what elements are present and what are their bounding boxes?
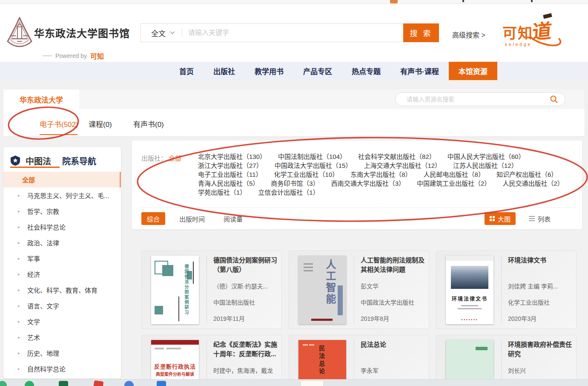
taskbar-excel-icon[interactable] [59,381,68,386]
taskbar-app-icon[interactable] [124,381,134,386]
nav-item-hot-topics[interactable]: 热点专题 [342,62,390,80]
sort-publish-date[interactable]: 出版时间 [174,212,210,225]
category-item[interactable]: ▸自然科学总论 [3,361,121,377]
sort-read-count[interactable]: 阅读量 [218,212,248,225]
resource-search-box[interactable] [395,92,565,106]
category-item-all[interactable]: 全部 [3,172,121,187]
taskbar-app-icon[interactable] [157,381,166,386]
category-label: 文化、科学、教育、体育 [27,285,98,294]
category-label: 历史、地理 [27,349,59,357]
org-tab[interactable]: 华东政法大学 [3,89,79,109]
view-large-button[interactable]: 大图 [485,212,516,225]
publisher-filter[interactable]: 上海交通大学出版社（12） [364,162,441,169]
publisher-filter[interactable]: 电子工业出版社（11） [198,171,262,178]
view-list-button[interactable]: 列表 [524,212,556,225]
publisher-filter[interactable]: 商务印书馆（3） [271,180,319,187]
nav-item-home[interactable]: 首页 [169,62,204,80]
book-author: 时建中，焦海涛，戴龙 [213,366,278,374]
chevron-right-icon: ▸ [18,272,20,277]
publisher-filter[interactable]: 立信会计出版社（1） [258,189,319,196]
search-input[interactable] [182,24,403,42]
category-sidebar: 中图法 院系导航 全部 ▸马克思主义、列宁主义、毛... ▸哲学、宗教 ▸社会科… [3,147,121,378]
chevron-right-icon: ▸ [18,256,20,261]
nav-item-product-zone[interactable]: 产品专区 [293,62,342,80]
book-card[interactable]: 环境法律文书 ●●●●●●● 环境法律文书 刘佳娉 主编 李莉... 化学工业出… [436,251,577,329]
taskbar-app-icon[interactable] [25,381,34,386]
publisher-filter[interactable]: 化学工业出版社（10） [274,171,339,178]
resource-search-input[interactable] [407,96,550,103]
publisher-filter[interactable]: 中国政法大学出版社（15） [275,162,352,169]
tab-audiobooks[interactable]: 有声书(0) [133,118,164,129]
sort-comprehensive[interactable]: 综合 [141,212,165,225]
advanced-search-link[interactable]: 高级搜索 > [452,29,485,40]
publisher-filter[interactable]: 东南大学出版社（8） [350,171,411,178]
tab-ebooks[interactable]: 电子书(502) [40,118,78,129]
publisher-filter[interactable]: 江苏人民出版社（12） [453,162,518,169]
category-item[interactable]: ▸社会科学总论 [3,219,121,235]
nav-item-audiobooks-courses[interactable]: 有声书·课程 [390,62,449,80]
category-label: 社会科学总论 [27,222,66,231]
category-label: 政治、法律 [27,238,59,247]
book-author: 李永军 [361,366,425,374]
book-date: 2019年8月 [361,314,425,323]
org-tab-strip: 华东政法大学 [3,89,585,109]
publisher-filter[interactable]: 青海人民出版社（5） [198,180,259,187]
publisher-filter-all[interactable]: 全部 [169,153,181,162]
book-card[interactable]: H 环境损害 政府补偿责任研究 环境损害政府补偿责任研究 刘长兴 [436,335,577,386]
category-item[interactable]: ▸文化、科学、教育、体育 [3,282,121,298]
view-large-label: 大图 [498,214,511,223]
category-item[interactable]: ▸政治、法律 [3,235,121,251]
category-item[interactable]: ▸文学 [3,314,121,329]
nav-item-publishers[interactable]: 出版社 [204,62,245,80]
publisher-filter[interactable]: 中国建筑工业出版社（2） [417,180,490,187]
publisher-filter[interactable]: 西南交通大学出版社（3） [331,180,405,187]
search-button[interactable]: 搜 索 [403,23,439,42]
publisher-filter[interactable]: 中国人民大学出版社（60） [447,153,525,160]
grid-icon [490,216,495,221]
category-item[interactable]: ▸经济 [3,266,121,282]
book-publisher: 中国政法大学出版社 [361,298,425,306]
category-item[interactable]: ▸军事 [3,251,121,266]
category-list: 全部 ▸马克思主义、列宁主义、毛... ▸哲学、宗教 ▸社会科学总论 ▸政治、法… [3,172,121,378]
logo-dao: 道 [531,15,553,44]
keledge-logo: 可知道 keledge [502,16,566,52]
tab-courses[interactable]: 课程(0) [89,118,112,129]
category-item[interactable]: ▸历史、地理 [3,345,121,361]
publisher-filter[interactable]: 知识产权出版社（6） [496,171,557,178]
publisher-filter[interactable]: 社会科学文献出版社（82） [358,153,436,160]
header: 华东政法大学图书馆 Powered by 可知 全文 搜 索 高级搜索 > 可知… [0,4,588,62]
divider [141,207,573,208]
taskbar-app-icon[interactable] [93,380,104,386]
category-item[interactable]: ▸马克思主义、列宁主义、毛... [3,187,121,203]
nav-item-library-resources[interactable]: 本馆资源 [449,62,497,80]
sidebar-tab-clc[interactable]: 中图法 [26,155,51,167]
dash-decoration [43,55,52,56]
book-card[interactable]: 民法总论 民法总论 李永军 [289,335,429,386]
search-scope-value: 全文 [151,28,166,38]
publisher-filter[interactable]: 北京大学出版社（130） [198,153,266,160]
publisher-filter[interactable]: 浙江大学出版社（27） [198,162,263,169]
search-scope-select[interactable]: 全文 [141,28,182,38]
category-item[interactable]: ▸数理科学和化学 [3,377,121,378]
publisher-filter[interactable]: 中国法制出版社（104） [278,153,346,160]
publisher-filter[interactable]: 人民交通出版社（2） [502,180,563,187]
category-item[interactable]: ▸哲学、宗教 [3,203,121,219]
book-card[interactable]: 德国债法分则案例研习 德国债法分则案例研习（第八版） （德）汉斯·约瑟夫... … [141,251,282,329]
search-icon[interactable] [550,95,558,104]
publisher-filter[interactable]: 学苑出版社（1） [198,189,246,196]
taskbar-window-preview[interactable] [301,380,324,386]
category-label: 艺术 [27,333,40,342]
nav-item-textbooks[interactable]: 教学用书 [245,62,293,80]
category-item[interactable]: ▸语言、文字 [3,298,121,314]
sidebar-tab-departments[interactable]: 院系导航 [62,155,96,167]
chevron-right-icon: ▸ [18,319,20,324]
shield-star-icon [10,155,20,166]
category-item[interactable]: ▸艺术 [3,329,121,345]
divider [501,256,502,323]
taskbar-app-icon[interactable] [0,381,7,386]
cover-title: 反垄断行政执法 [151,362,199,370]
book-card[interactable]: 人工智能 人工智能的刑法规制及其相关法律问题 彭文华 中国政法大学出版社 201… [289,251,429,329]
book-card[interactable]: 反垄断行政执法 典型案件分析与解读 （2008-2018） 纪念《反垄断法》实施… [141,335,282,386]
book-title: 环境法律文书 [508,256,573,265]
publisher-filter[interactable]: 人民邮电出版社（8） [424,171,485,178]
